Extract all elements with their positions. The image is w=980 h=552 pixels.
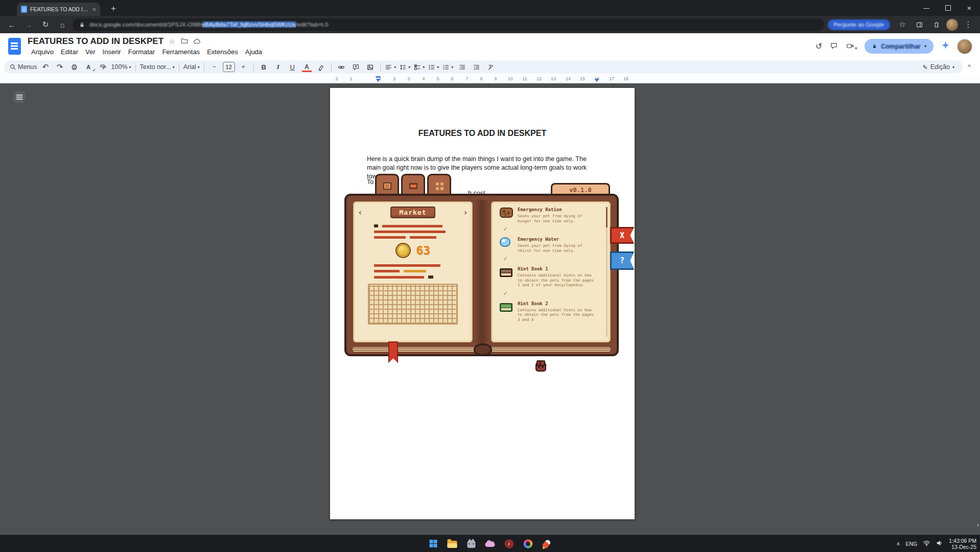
file-explorer-button[interactable] (446, 537, 459, 550)
bulleted-list-button[interactable]: ▾ (427, 61, 440, 73)
menus-search-button[interactable]: Menus (8, 61, 38, 73)
gemini-sparkle-icon[interactable] (941, 41, 950, 52)
menu-arquivo[interactable]: Arquivo (28, 48, 57, 56)
browser-profile-avatar[interactable] (946, 19, 958, 31)
language-indicator[interactable]: ENG (906, 541, 918, 547)
right-indent-marker[interactable] (595, 79, 599, 82)
shop-item[interactable]: Emergency WaterSaves your pet from dying… (500, 237, 605, 262)
numbered-list-button[interactable]: 123▾ (441, 61, 455, 73)
styles-caret-icon: ▾ (173, 65, 175, 70)
back-button[interactable]: ← (5, 18, 18, 31)
font-size-decrease-button[interactable]: − (207, 61, 221, 73)
minimize-button[interactable]: — (916, 0, 937, 16)
menu-ferramentas[interactable]: Ferramentas (158, 48, 203, 56)
account-avatar[interactable] (958, 39, 972, 54)
print-button[interactable] (67, 61, 81, 73)
shop-item[interactable]: Hint Book 2Contains additional hints on … (500, 301, 605, 323)
italic-button[interactable]: I (271, 61, 285, 73)
hide-menus-button[interactable]: ^ (963, 63, 976, 71)
windows-logo-icon (430, 540, 437, 547)
cat-app-button[interactable] (464, 537, 478, 550)
ruler-number: 7 (465, 76, 468, 81)
menu-editar[interactable]: Editar (57, 48, 82, 56)
line-spacing-button[interactable]: ▾ (398, 61, 412, 73)
first-line-indent-marker[interactable] (376, 76, 381, 78)
align-caret-icon: ▾ (394, 65, 396, 70)
menu-extensoes[interactable]: Extensões (203, 48, 242, 56)
extensions-icon[interactable] (929, 18, 943, 31)
pencil-icon: ✎ (922, 63, 927, 71)
volume-icon[interactable] (936, 539, 943, 548)
pet-sprite[interactable] (535, 362, 546, 372)
cloud-app-button[interactable] (483, 537, 497, 550)
cloud-status-icon[interactable] (194, 38, 201, 45)
new-tab-button[interactable]: + (107, 3, 120, 15)
undo-button[interactable]: ↶ (39, 61, 53, 73)
close-button[interactable]: × (959, 0, 980, 16)
ruler[interactable]: 2 1 1 2 3 4 5 6 7 8 9 10 11 12 13 14 15 … (0, 75, 980, 84)
start-button[interactable] (427, 537, 440, 550)
document-outline-button[interactable] (14, 91, 25, 103)
doc-title[interactable]: FEATURES TO ADD IN DESKPET (28, 36, 164, 47)
side-panel-toggle[interactable]: ‹ (977, 521, 979, 528)
side-panel-icon[interactable] (913, 18, 926, 31)
paragraph-style-select[interactable]: Texto nor...▾ (139, 61, 176, 73)
home-button[interactable]: ⌂ (56, 18, 69, 31)
tray-chevron-icon[interactable]: ∧ (896, 541, 900, 546)
underline-button[interactable]: U (286, 61, 299, 73)
menu-inserir[interactable]: Inserir (99, 48, 125, 56)
share-button[interactable]: Compartilhar ▾ (865, 39, 934, 54)
spellcheck-button[interactable]: A✓ (82, 61, 96, 73)
move-folder-icon[interactable] (181, 38, 188, 45)
version-history-icon[interactable]: ↺ (815, 42, 822, 51)
star-doc-icon[interactable]: ☆ (169, 38, 175, 45)
shop-item[interactable]: Hint Book 1Contains additional hints on … (500, 266, 605, 296)
decrease-indent-button[interactable] (455, 61, 469, 73)
paint-format-button[interactable] (96, 61, 110, 73)
text-color-button[interactable]: A (300, 61, 314, 73)
redo-button[interactable]: ↷ (53, 61, 67, 73)
font-select[interactable]: Arial▾ (182, 61, 201, 73)
document-canvas[interactable]: FEATURES TO ADD IN DESKPET Here is a qui… (0, 83, 980, 535)
highlight-color-button[interactable] (314, 61, 328, 73)
font-caret-icon: ▾ (198, 65, 200, 70)
browser-tab[interactable]: FEATURES TO ADD IN DESKPET × (17, 3, 100, 16)
editing-mode-select[interactable]: ✎Edição▾ (918, 63, 959, 71)
shop-item[interactable]: Emergency RationSaves your pet from dyin… (500, 207, 605, 232)
ruler-number: 9 (494, 76, 497, 81)
game-app-button[interactable] (540, 537, 554, 550)
address-bar[interactable]: docs.google.com/document/d/1PSJX-O98hvBA… (73, 18, 824, 31)
pet-eyes (539, 366, 540, 368)
menu-ver[interactable]: Ver (82, 48, 99, 56)
forward-button[interactable]: → (22, 18, 35, 31)
insert-image-button[interactable] (363, 61, 377, 73)
left-indent-marker[interactable] (376, 79, 380, 82)
music-app-button[interactable]: ♪ (502, 537, 516, 550)
increase-indent-button[interactable] (470, 61, 483, 73)
menu-ajuda[interactable]: Ajuda (242, 48, 266, 56)
tab-close-icon[interactable]: × (92, 6, 96, 13)
settings-app-button[interactable] (521, 537, 535, 550)
bookmark-star-icon[interactable]: ☆ (896, 18, 909, 31)
bold-button[interactable]: B (257, 61, 271, 73)
checklist-button[interactable]: ▾ (412, 61, 426, 73)
menu-formatar[interactable]: Formatar (125, 48, 159, 56)
comments-icon[interactable] (830, 42, 838, 51)
maximize-button[interactable] (937, 0, 959, 16)
clear-formatting-button[interactable] (484, 61, 498, 73)
wifi-icon[interactable] (923, 539, 930, 548)
zoom-select[interactable]: 100%▾ (110, 61, 132, 73)
font-size-input[interactable]: 12 (223, 62, 235, 72)
font-size-increase-button[interactable]: + (237, 61, 250, 73)
grid-tab-icon (436, 182, 439, 186)
video-call-icon[interactable]: ▾ (846, 42, 857, 51)
shop-scrollbar-thumb[interactable] (606, 207, 608, 227)
add-comment-button[interactable] (349, 61, 363, 73)
reload-button[interactable]: ↻ (39, 18, 52, 31)
browser-menu-kebab-icon[interactable]: ⋮ (962, 18, 975, 31)
insert-link-button[interactable] (335, 61, 348, 73)
ask-google-button[interactable]: Pergunte ao Google (828, 19, 890, 30)
docs-app-icon[interactable] (8, 38, 21, 55)
align-button[interactable]: ▾ (384, 61, 398, 73)
taskbar-clock[interactable]: 1:43:06 PM 13-Dec-25 (949, 538, 976, 550)
